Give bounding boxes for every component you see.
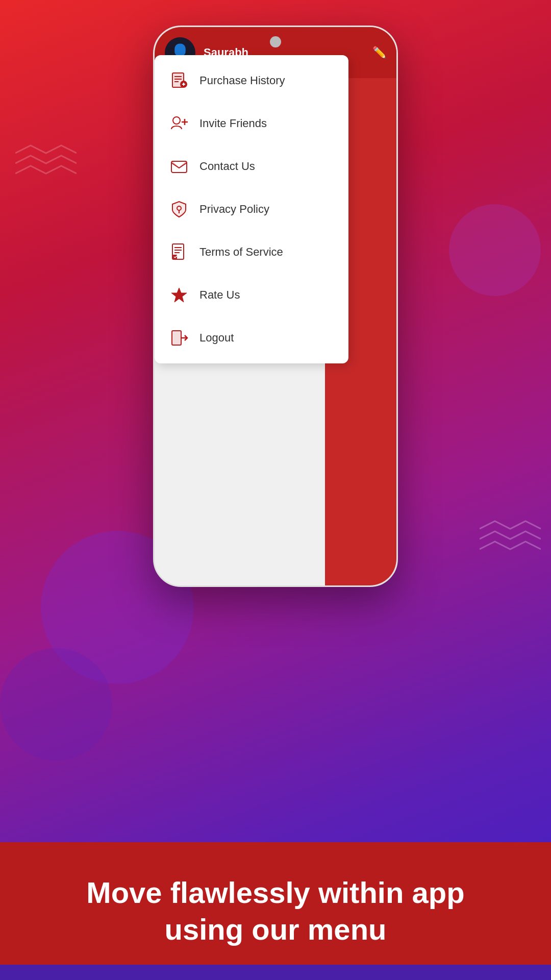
svg-point-8 bbox=[173, 117, 180, 124]
terms-of-service-icon bbox=[167, 240, 191, 264]
bg-shape-3 bbox=[449, 204, 541, 296]
menu-label-logout: Logout bbox=[199, 331, 234, 345]
logout-icon bbox=[167, 326, 191, 350]
svg-rect-22 bbox=[172, 331, 181, 345]
rate-us-icon bbox=[167, 283, 191, 307]
footer-line1: Move flawlessly within app using our men… bbox=[86, 874, 464, 948]
svg-marker-21 bbox=[171, 288, 187, 302]
menu-label-terms-of-service: Terms of Service bbox=[199, 246, 283, 259]
drawer-menu: Purchase History Invite Friends bbox=[155, 55, 348, 363]
menu-item-rate-us[interactable]: Rate Us bbox=[155, 274, 348, 316]
phone-camera bbox=[270, 36, 281, 47]
menu-item-purchase-history[interactable]: Purchase History bbox=[155, 59, 348, 102]
menu-item-logout[interactable]: Logout bbox=[155, 316, 348, 359]
menu-label-purchase-history: Purchase History bbox=[199, 74, 285, 87]
bg-shape-2 bbox=[0, 648, 112, 761]
phone-frame: 🔔 Live Tests 👤 Profile 👤 Saurabh ✏️ bbox=[153, 26, 398, 587]
menu-item-terms-of-service[interactable]: Terms of Service bbox=[155, 231, 348, 274]
purple-strip bbox=[0, 965, 551, 980]
menu-label-invite-friends: Invite Friends bbox=[199, 117, 267, 130]
privacy-policy-icon bbox=[167, 197, 191, 222]
menu-label-rate-us: Rate Us bbox=[199, 288, 240, 302]
deco-lines-top bbox=[15, 143, 77, 196]
footer-text: Move flawlessly within app using our men… bbox=[86, 874, 464, 948]
invite-friends-icon bbox=[167, 111, 191, 136]
deco-lines-bottom bbox=[480, 519, 541, 572]
svg-line-12 bbox=[171, 161, 179, 168]
menu-item-privacy-policy[interactable]: Privacy Policy bbox=[155, 188, 348, 231]
edit-profile-icon[interactable]: ✏️ bbox=[372, 46, 386, 59]
svg-line-13 bbox=[179, 161, 187, 168]
app-content: 🔔 Live Tests 👤 Profile 👤 Saurabh ✏️ bbox=[155, 27, 396, 585]
menu-item-invite-friends[interactable]: Invite Friends bbox=[155, 102, 348, 145]
menu-label-contact-us: Contact Us bbox=[199, 160, 255, 173]
footer-section: Move flawlessly within app using our men… bbox=[0, 842, 551, 980]
contact-us-icon bbox=[167, 154, 191, 179]
purchase-history-icon bbox=[167, 68, 191, 93]
menu-item-contact-us[interactable]: Contact Us bbox=[155, 145, 348, 188]
menu-label-privacy-policy: Privacy Policy bbox=[199, 203, 269, 216]
